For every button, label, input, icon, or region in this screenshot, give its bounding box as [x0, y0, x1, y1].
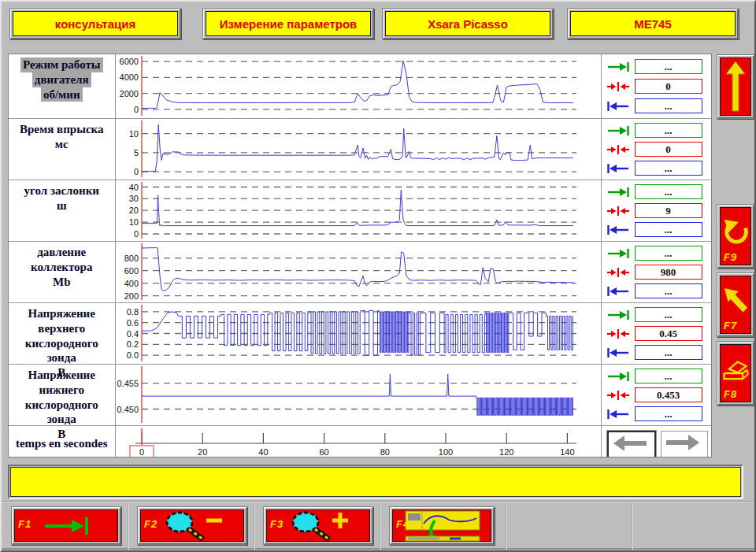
- signal-trace: [142, 124, 573, 171]
- f7-key-label: F7: [724, 320, 737, 332]
- parameter-label-line: верхнего: [35, 321, 87, 336]
- end-value-box: ...: [635, 59, 702, 74]
- signal-trace: [142, 190, 573, 226]
- plot-area: 1050: [116, 119, 602, 180]
- cursor-value-box: 9: [635, 203, 702, 218]
- signal-trace: [142, 374, 573, 416]
- zoom-out-button[interactable]: F2: [137, 506, 247, 545]
- parameter-label-line: кислородного зонда: [9, 398, 115, 428]
- y-tick-label: 40: [128, 183, 138, 192]
- chart-table: Режим работыдвигателяоб/мин 600040002000…: [8, 54, 712, 458]
- end-value-box: ...: [635, 307, 702, 322]
- chart-row: угол заслонкиш 403020100 ... 9 ...: [9, 180, 711, 242]
- y-tick-label: 30: [128, 194, 138, 203]
- scroll-right-button[interactable]: [661, 431, 708, 458]
- y-tick-label: 0.455: [117, 379, 139, 388]
- y-tick-label: 20: [128, 206, 138, 215]
- ecu-button[interactable]: ME745: [567, 8, 739, 39]
- end-readout: ...: [606, 246, 712, 261]
- start-readout: ...: [606, 161, 712, 176]
- end-value-box: ...: [635, 246, 702, 261]
- scroll-left-icon: [609, 432, 651, 454]
- readout-cell: ... 980 ...: [602, 242, 712, 302]
- cursor-value-box: 980: [635, 265, 702, 280]
- time-axis-row: temps en secondes 020406080100120140: [9, 426, 711, 458]
- start-readout: ...: [606, 98, 712, 113]
- parameter-label-cell[interactable]: Время впрыскамс: [9, 119, 116, 180]
- parameter-label-cell[interactable]: Напряжениенижнегокислородного зондаВ: [9, 365, 116, 425]
- parameter-label-line: нижнего: [37, 383, 87, 398]
- readout-cell: ... 0 ...: [602, 119, 712, 180]
- page-up-button[interactable]: [717, 54, 754, 119]
- y-tick-label: 2000: [119, 89, 138, 98]
- readout-cell: ... 0.453 ...: [602, 365, 712, 425]
- cursor-readout: 9: [606, 203, 712, 218]
- time-tick-label: 60: [319, 447, 328, 457]
- parameter-label-cell[interactable]: давлениеколлектораMb: [9, 242, 116, 302]
- parameter-label-line: ш: [54, 198, 69, 213]
- y-tick-label: 10: [128, 217, 138, 227]
- to-end-icon: [606, 124, 630, 137]
- y-tick-label: 0.0: [126, 350, 138, 360]
- y-tick-label: 0.6: [126, 318, 138, 328]
- graph-overview-button[interactable]: F4: [389, 506, 495, 545]
- end-readout: ...: [606, 123, 712, 138]
- f3-key-label: F3: [270, 518, 284, 530]
- plot-area: 800600400200: [116, 242, 602, 302]
- chart-row: Напряжениеверхнегокислородного зондаВ 0.…: [9, 303, 711, 365]
- parameter-label-cell[interactable]: угол заслонкиш: [9, 180, 116, 241]
- y-tick-label: 0.2: [126, 339, 138, 349]
- cursor-value-box: 0: [635, 79, 702, 94]
- parameter-label-line: кислородного зонда: [9, 336, 115, 366]
- to-center-icon: [606, 389, 630, 402]
- graph-navigator-icon: [398, 509, 486, 543]
- time-axis-area: 020406080100120140: [116, 426, 602, 458]
- time-tick-label: 20: [198, 447, 207, 457]
- signal-trace: [142, 311, 573, 356]
- consultation-label: консультация: [55, 17, 135, 31]
- zoom-in-button[interactable]: F3: [263, 506, 373, 545]
- parameter-label-cell[interactable]: Напряжениеверхнегокислородного зондаВ: [9, 303, 116, 364]
- y-tick-label: 0.8: [126, 307, 138, 317]
- cursor-readout: 0: [606, 142, 712, 157]
- f9-key-label: F9: [724, 251, 737, 263]
- back-button[interactable]: F7: [717, 272, 754, 337]
- measure-params-button[interactable]: Измерение параметров: [202, 8, 374, 39]
- plot-area: 6000400020000: [116, 54, 602, 118]
- print-button[interactable]: F8: [717, 341, 754, 406]
- chart-row: Напряжениенижнегокислородного зондаВ 0.4…: [9, 365, 711, 426]
- chart-row: Время впрыскамс 1050 ... 0 ...: [9, 119, 711, 180]
- parameter-label-cell[interactable]: Режим работыдвигателяоб/мин: [9, 54, 116, 118]
- consultation-button[interactable]: консультация: [9, 8, 181, 39]
- y-tick-label: 6000: [119, 57, 138, 66]
- time-tick-label: 100: [438, 447, 452, 457]
- y-tick-label: 0: [133, 229, 138, 239]
- y-tick-label: 800: [124, 254, 138, 263]
- f8-key-label: F8: [724, 388, 737, 400]
- vehicle-button[interactable]: Xsara Picasso: [382, 8, 554, 39]
- to-start-icon: [606, 162, 630, 175]
- y-tick-label: 5: [133, 148, 138, 157]
- to-end-icon: [606, 186, 630, 198]
- refresh-button[interactable]: F9: [717, 204, 754, 269]
- parameter-label-line: Mb: [50, 275, 73, 290]
- start-value-box: ...: [635, 283, 702, 298]
- parameter-label-line: Режим работы: [20, 57, 103, 72]
- time-axis-label-cell: temps en secondes: [9, 426, 116, 458]
- to-start-icon: [606, 224, 630, 236]
- to-center-icon: [606, 266, 630, 279]
- to-start-icon: [606, 346, 630, 359]
- time-tick-label: 40: [258, 447, 268, 457]
- start-value-box: ...: [635, 345, 702, 360]
- end-value-box: ...: [635, 123, 702, 138]
- ecu-label: ME745: [634, 17, 672, 31]
- scroll-left-button[interactable]: [607, 431, 656, 458]
- chart-row: Режим работыдвигателяоб/мин 600040002000…: [9, 54, 711, 119]
- parameter-label-line: Напряжение: [26, 306, 98, 321]
- cursor-end-button[interactable]: F1: [11, 506, 121, 545]
- to-end-arrow-icon: [39, 514, 94, 538]
- scroll-right-icon: [662, 432, 704, 454]
- parameter-label-line: двигателя: [32, 72, 91, 87]
- time-nav-cell: [602, 426, 711, 458]
- start-value-box: ...: [635, 406, 702, 421]
